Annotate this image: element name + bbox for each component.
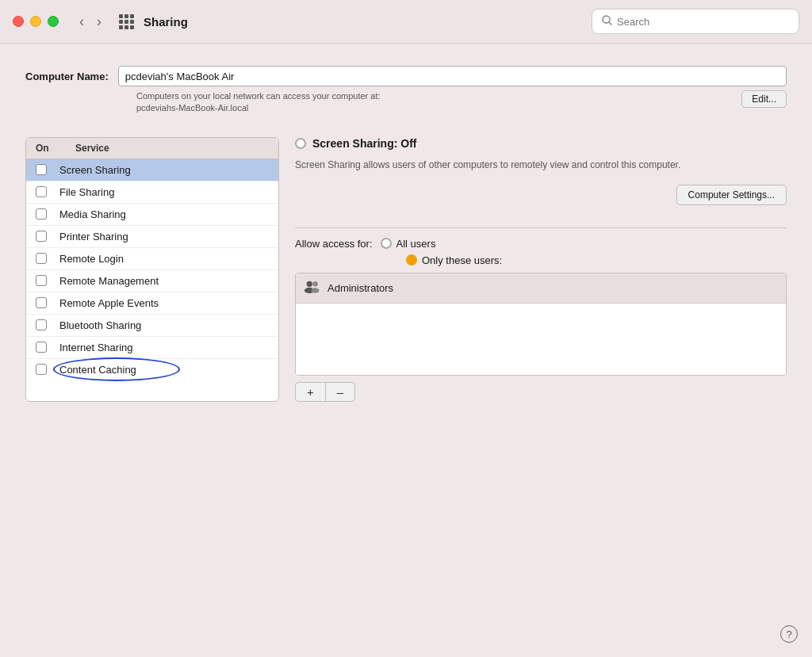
only-these-users-row: Only these users: <box>406 254 787 266</box>
service-checkbox-remote-management[interactable] <box>36 275 47 286</box>
allow-access-label: Allow access for: <box>295 238 373 250</box>
all-users-label: All users <box>396 238 436 250</box>
group-icon <box>304 279 320 297</box>
close-button[interactable] <box>13 16 24 27</box>
screen-sharing-toggle-radio[interactable] <box>295 138 306 149</box>
services-area: On Service Screen Sharing File Sharing M… <box>25 137 787 402</box>
service-name-bluetooth-sharing: Bluetooth Sharing <box>59 319 141 331</box>
services-list: On Service Screen Sharing File Sharing M… <box>25 137 279 402</box>
help-button[interactable]: ? <box>780 625 798 643</box>
service-checkbox-screen-sharing[interactable] <box>36 164 47 175</box>
service-row-remote-management[interactable]: Remote Management <box>26 270 278 292</box>
list-actions: + – <box>295 382 787 402</box>
col-on-header: On <box>36 143 75 154</box>
service-checkbox-internet-sharing[interactable] <box>36 342 47 353</box>
search-icon <box>602 14 612 29</box>
edit-button[interactable]: Edit... <box>741 90 787 108</box>
remove-user-button[interactable]: – <box>325 382 355 402</box>
computer-name-label: Computer Name: <box>25 71 109 82</box>
traffic-lights <box>13 16 59 27</box>
service-name-remote-apple-events: Remote Apple Events <box>59 297 159 309</box>
only-these-users-option[interactable]: Only these users: <box>406 254 502 266</box>
user-name-administrators: Administrators <box>327 282 393 294</box>
service-row-file-sharing[interactable]: File Sharing <box>26 181 278 204</box>
service-checkbox-remote-apple-events[interactable] <box>36 297 47 308</box>
service-checkbox-printer-sharing[interactable] <box>36 231 47 242</box>
forward-button[interactable]: › <box>92 12 106 32</box>
service-name-media-sharing: Media Sharing <box>59 208 126 220</box>
service-row-remote-login[interactable]: Remote Login <box>26 248 278 270</box>
service-name-content-caching: Content Caching <box>59 364 136 376</box>
service-checkbox-file-sharing[interactable] <box>36 186 47 197</box>
services-list-header: On Service <box>26 138 278 159</box>
back-button[interactable]: ‹ <box>75 12 89 32</box>
computer-name-section: Computer Name: Computers on your local n… <box>25 66 787 115</box>
screen-sharing-title: Screen Sharing: Off <box>312 137 416 150</box>
service-checkbox-remote-login[interactable] <box>36 253 47 264</box>
nav-buttons: ‹ › <box>75 12 106 32</box>
only-these-users-label: Only these users: <box>422 254 502 266</box>
search-input[interactable] <box>617 16 789 28</box>
service-checkbox-media-sharing[interactable] <box>36 208 47 220</box>
computer-name-input[interactable] <box>118 66 787 86</box>
svg-point-5 <box>312 288 320 292</box>
computer-name-row: Computer Name: <box>25 66 787 86</box>
svg-point-2 <box>307 281 312 286</box>
svg-point-4 <box>312 281 317 286</box>
computer-name-hint: Computers on your local network can acce… <box>136 90 381 115</box>
service-row-media-sharing[interactable]: Media Sharing <box>26 204 278 226</box>
service-row-internet-sharing[interactable]: Internet Sharing <box>26 337 278 359</box>
users-list: Administrators <box>295 273 787 376</box>
service-name-remote-login: Remote Login <box>59 253 124 265</box>
access-section: Allow access for: All users Only these u… <box>295 238 787 402</box>
minimize-button[interactable] <box>30 16 41 27</box>
screen-sharing-header: Screen Sharing: Off <box>295 137 787 150</box>
service-row-bluetooth-sharing[interactable]: Bluetooth Sharing <box>26 315 278 337</box>
service-details-panel: Screen Sharing: Off Screen Sharing allow… <box>295 137 787 402</box>
screen-sharing-description: Screen Sharing allows users of other com… <box>295 158 787 172</box>
col-service-header: Service <box>75 143 269 154</box>
add-user-button[interactable]: + <box>295 382 325 402</box>
maximize-button[interactable] <box>48 16 59 27</box>
window-title: Sharing <box>144 15 188 29</box>
service-checkbox-bluetooth-sharing[interactable] <box>36 319 47 330</box>
computer-name-info: Computers on your local network can acce… <box>136 90 787 115</box>
service-name-printer-sharing: Printer Sharing <box>59 231 128 243</box>
computer-settings-button[interactable]: Computer Settings... <box>676 185 787 205</box>
users-empty-area <box>296 304 786 375</box>
access-row: Allow access for: All users <box>295 238 787 250</box>
service-row-content-caching[interactable]: Content Caching <box>26 359 278 380</box>
service-name-screen-sharing: Screen Sharing <box>59 164 131 176</box>
svg-line-1 <box>609 22 611 25</box>
service-row-remote-apple-events[interactable]: Remote Apple Events <box>26 292 278 315</box>
service-name-file-sharing: File Sharing <box>59 186 114 198</box>
only-these-users-radio[interactable] <box>406 254 417 265</box>
main-content: Computer Name: Computers on your local n… <box>0 44 812 418</box>
search-bar[interactable] <box>592 9 799 34</box>
service-name-internet-sharing: Internet Sharing <box>59 342 133 353</box>
all-users-radio[interactable] <box>381 238 392 249</box>
apps-grid-icon[interactable] <box>119 14 134 29</box>
titlebar: ‹ › Sharing <box>0 0 812 44</box>
all-users-option[interactable]: All users <box>381 238 436 250</box>
service-row-printer-sharing[interactable]: Printer Sharing <box>26 226 278 248</box>
user-row-administrators[interactable]: Administrators <box>296 273 786 304</box>
service-checkbox-content-caching[interactable] <box>36 364 47 375</box>
service-name-remote-management: Remote Management <box>59 275 159 287</box>
service-row-screen-sharing[interactable]: Screen Sharing <box>26 159 278 181</box>
divider <box>295 227 787 228</box>
